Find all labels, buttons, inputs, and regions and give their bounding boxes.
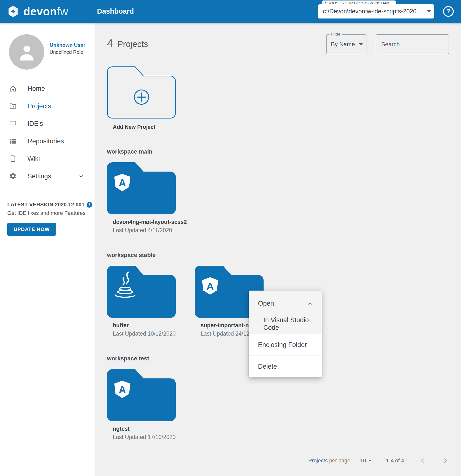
- per-page-value: 10: [360, 458, 366, 464]
- sidebar-item-label: Home: [27, 85, 45, 92]
- chevron-right-icon: [442, 457, 449, 464]
- home-icon: [9, 85, 17, 92]
- java-logo-icon: [113, 270, 137, 303]
- version-subtitle: Get IDE fixes and more Features: [7, 210, 95, 216]
- workspace-section-title: workspace main: [107, 148, 449, 155]
- previous-page-button[interactable]: [419, 457, 426, 464]
- angular-logo-icon: A: [114, 174, 130, 192]
- paginator: Projects per page: 10 1-4 of 4: [107, 457, 449, 464]
- chevron-up-icon: [307, 300, 313, 307]
- main-content: 4 Projects Filter By Name Search: [95, 23, 461, 476]
- project-updated: Last Updated 4/11/2020: [107, 227, 176, 234]
- sidebar-item-repositories[interactable]: Repositories: [0, 132, 95, 150]
- dropdown-caret-icon: [359, 43, 363, 46]
- person-icon: [16, 41, 38, 63]
- logo-text: devonfw: [23, 5, 68, 18]
- help-icon[interactable]: ?: [443, 6, 454, 17]
- project-card[interactable]: A ngtest Last Updated 17/10/2020: [107, 369, 176, 440]
- projects-count-label: Projects: [117, 39, 148, 49]
- context-menu-item-vscode[interactable]: In Visual Studio Code: [249, 314, 322, 334]
- user-card: Unknown User Undefined Role: [9, 34, 95, 70]
- version-panel: LATEST VERSION 2020.12.001 i Get IDE fix…: [7, 201, 95, 236]
- sidebar-nav: Home Projects IDE's Repositories: [0, 80, 95, 185]
- workspace-section-title: workspace stable: [107, 252, 449, 258]
- sidebar-item-projects[interactable]: Projects: [0, 97, 95, 115]
- sidebar-item-label: IDE's: [27, 120, 43, 128]
- instance-select[interactable]: CHOOSE YOUR DEVONFW INSTANCE c:\Devon\de…: [318, 4, 434, 18]
- sidebar: Unknown User Undefined Role Home Project…: [0, 23, 95, 476]
- angular-logo-icon: A: [114, 380, 130, 398]
- monitor-icon: [9, 120, 17, 128]
- svg-text:A: A: [206, 281, 214, 292]
- sidebar-item-label: Wiki: [27, 155, 40, 163]
- chevron-left-icon: [419, 457, 426, 464]
- filter-value: By Name: [331, 41, 355, 48]
- page-title: Dashboard: [97, 7, 134, 15]
- project-updated: Last Updated 17/10/2020: [107, 434, 176, 440]
- devonfw-logo-icon: [7, 5, 19, 18]
- folder-plus-icon: [9, 102, 17, 110]
- svg-text:A: A: [119, 384, 126, 395]
- angular-logo-icon: A: [202, 277, 218, 295]
- sidebar-item-settings[interactable]: Settings: [0, 167, 95, 185]
- add-new-project-card[interactable]: Add New Project: [107, 66, 176, 130]
- gear-icon: [9, 172, 17, 180]
- avatar: [9, 34, 44, 70]
- project-updated: Last Updated 10/12/2020: [107, 330, 176, 337]
- sidebar-item-label: Projects: [27, 102, 51, 110]
- svg-text:A: A: [119, 177, 126, 189]
- page-range: 1-4 of 4: [386, 458, 404, 464]
- project-name: ngtest: [107, 426, 176, 432]
- project-name: devon4ng-mat-layout-scss2: [107, 219, 176, 225]
- sidebar-item-label: Repositories: [27, 137, 64, 145]
- sidebar-item-wiki[interactable]: Wiki: [0, 150, 95, 167]
- sidebar-item-home[interactable]: Home: [0, 80, 95, 97]
- version-title: LATEST VERSION 2020.12.001 i: [7, 201, 95, 208]
- search-input[interactable]: Search: [376, 34, 449, 54]
- user-role: Undefined Role: [50, 49, 85, 55]
- context-menu-item-enclosing-folder[interactable]: Enclosing Folder: [249, 334, 322, 356]
- search-placeholder: Search: [381, 41, 400, 48]
- per-page-select[interactable]: 10: [360, 458, 372, 464]
- instance-select-value: c:\Devon\devonfw-ide-scripts-2020....: [323, 8, 424, 15]
- document-icon: [9, 155, 17, 163]
- dropdown-caret-icon: [427, 10, 431, 12]
- filter-label: Filter: [329, 32, 342, 37]
- add-new-project-label: Add New Project: [107, 124, 176, 130]
- chevron-down-icon: [78, 173, 84, 179]
- projects-count: 4 Projects: [107, 37, 148, 49]
- repositories-icon: [9, 137, 17, 145]
- projects-count-number: 4: [107, 37, 113, 49]
- sidebar-item-label: Settings: [27, 173, 51, 180]
- project-card[interactable]: buffer Last Updated 10/12/2020: [107, 266, 176, 337]
- instance-select-label: CHOOSE YOUR DEVONFW INSTANCE: [322, 0, 396, 5]
- project-name: buffer: [107, 322, 176, 329]
- user-name: Unknown User: [50, 42, 85, 48]
- filter-select[interactable]: Filter By Name: [326, 34, 366, 54]
- context-menu-item-open[interactable]: Open: [249, 293, 322, 314]
- sidebar-item-ides[interactable]: IDE's: [0, 115, 95, 132]
- dropdown-caret-icon: [368, 460, 372, 462]
- devonfw-logo: devonfw: [7, 5, 68, 18]
- next-page-button[interactable]: [442, 457, 449, 464]
- project-context-menu: Open In Visual Studio Code Enclosing Fol…: [249, 291, 322, 377]
- context-menu-item-delete[interactable]: Delete: [249, 356, 322, 377]
- per-page-label: Projects per page:: [308, 458, 352, 464]
- project-card[interactable]: A devon4ng-mat-layout-scss2 Last Updated…: [107, 162, 176, 234]
- plus-circle-icon: [133, 89, 150, 105]
- update-now-button[interactable]: UPDATE NOW: [7, 223, 56, 236]
- app-header: devonfw Dashboard CHOOSE YOUR DEVONFW IN…: [0, 0, 461, 23]
- info-icon[interactable]: i: [87, 202, 92, 208]
